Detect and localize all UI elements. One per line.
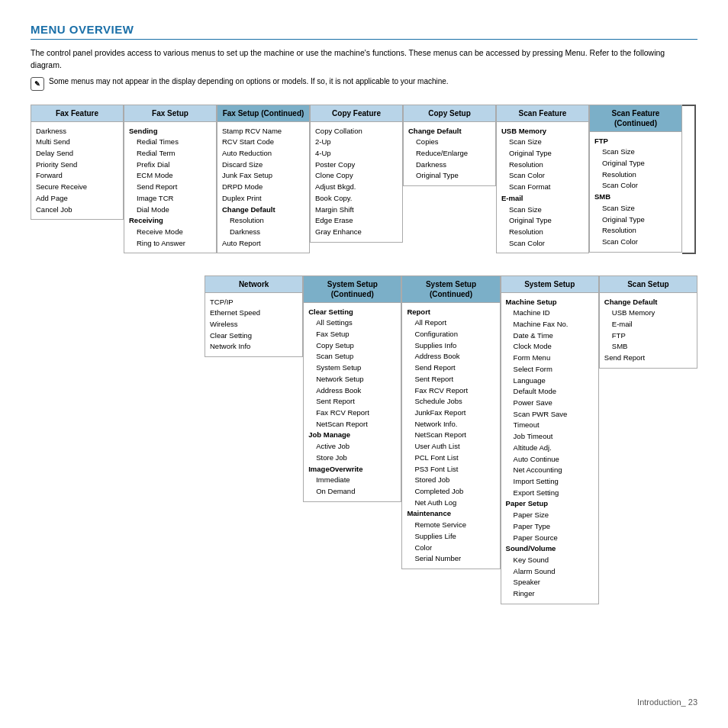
list-item: Completed Job xyxy=(407,486,494,498)
list-item: Clone Copy xyxy=(315,170,398,182)
menu-col-header: System Setup (Continued) xyxy=(402,276,499,303)
menu-col-header: Scan Feature (Continued) xyxy=(590,105,681,132)
list-item: Form Menu xyxy=(506,353,594,364)
list-item: Original Type xyxy=(408,170,491,182)
list-item: Paper Source xyxy=(506,533,594,544)
list-item: DRPD Mode xyxy=(222,182,304,193)
list-item: Book Copy. xyxy=(315,193,398,205)
list-item: Altitude Adj. xyxy=(506,443,594,454)
note-text: Some menus may not appear in the display… xyxy=(49,76,449,87)
list-item: Resolution xyxy=(501,159,584,171)
list-item: Auto Report xyxy=(222,238,304,250)
list-item: Original Type xyxy=(594,214,677,226)
list-item: Ring to Answer xyxy=(129,238,211,250)
list-item: Forward xyxy=(36,170,118,182)
list-item: JunkFax Report xyxy=(407,407,494,419)
list-item: TCP/IP xyxy=(210,297,298,308)
menu-col-header: Scan Feature xyxy=(497,105,588,122)
list-item: Paper Setup xyxy=(506,498,594,510)
list-item: Dial Mode xyxy=(129,205,211,216)
list-item: Remote Service xyxy=(407,520,494,531)
menu-col-body: USB MemoryScan SizeOriginal TypeResoluti… xyxy=(497,122,588,253)
menu-col: System Setup (Continued)ReportAll Report… xyxy=(401,275,500,570)
menu-col-header: Fax Feature xyxy=(31,105,123,122)
menu-col: Scan FeatureUSB MemoryScan SizeOriginal … xyxy=(496,105,589,254)
list-item: Duplex Print xyxy=(222,193,304,205)
menu-col: Copy FeatureCopy Collation2-Up4-UpPoster… xyxy=(310,105,403,243)
list-item: NetScan Report xyxy=(407,430,494,441)
menu-col-header: Network xyxy=(205,276,302,293)
list-item: 2-Up xyxy=(315,137,398,148)
list-item: Send Report xyxy=(604,353,692,364)
list-item: Import Setting xyxy=(506,476,594,488)
list-item: Timeout xyxy=(506,420,594,431)
list-item: Job Timeout xyxy=(506,431,594,443)
list-item: Stored Job xyxy=(407,475,494,486)
list-item: Network Setup xyxy=(308,374,396,385)
list-item: Power Save xyxy=(506,398,594,409)
menu-col: NetworkTCP/IPEthernet SpeedWirelessClear… xyxy=(205,275,303,358)
list-item: RCV Start Code xyxy=(222,137,304,148)
list-item: Scan Setup xyxy=(308,351,396,362)
list-item: Scan Color xyxy=(594,237,677,248)
list-item: Scan Size xyxy=(501,205,584,216)
list-item: Copy Collation xyxy=(315,126,398,137)
list-item: Poster Copy xyxy=(315,159,398,171)
list-item: Fax RCV Report xyxy=(308,407,396,419)
list-item: Paper Size xyxy=(506,510,594,521)
menu-col: Scan Feature (Continued)FTPScan SizeOrig… xyxy=(589,105,682,253)
list-item: Wireless xyxy=(210,319,298,330)
list-item: Paper Type xyxy=(506,521,594,533)
list-item: Send Report xyxy=(129,182,211,193)
list-item: Darkness xyxy=(222,227,304,238)
list-item: Original Type xyxy=(501,215,584,227)
list-item: Send Report xyxy=(407,362,494,374)
list-item: Delay Send xyxy=(36,148,118,159)
list-item: Multi Send xyxy=(36,137,118,148)
menu-col-header: Fax Setup xyxy=(124,105,216,122)
list-item: Address Book xyxy=(308,385,396,397)
intro-paragraph: The control panel provides access to var… xyxy=(31,47,697,72)
menu-col-body: ReportAll ReportConfigurationSupplies In… xyxy=(402,303,499,569)
list-item: Scan Size xyxy=(594,147,677,158)
list-item: ImageOverwrite xyxy=(308,464,396,475)
note-box: ✎ Some menus may not appear in the displ… xyxy=(31,76,697,91)
list-item: Schedule Jobs xyxy=(407,396,494,407)
list-item: Machine Setup xyxy=(506,297,594,308)
list-item: Configuration xyxy=(407,329,494,340)
note-icon: ✎ xyxy=(31,77,44,91)
list-item: User Auth List xyxy=(407,441,494,453)
list-item: Scan Color xyxy=(501,238,584,250)
list-item: Resolution xyxy=(501,227,584,238)
list-item: Immediate xyxy=(308,475,396,486)
list-item: FTP xyxy=(594,136,677,147)
list-item: SMB xyxy=(604,341,692,353)
list-item: System Setup xyxy=(308,362,396,374)
list-item: Margin Shift xyxy=(315,205,398,216)
menu-col-header: System Setup (Continued) xyxy=(304,276,401,303)
list-item: Change Default xyxy=(222,205,304,216)
list-item: Net Auth Log xyxy=(407,498,494,509)
menu-col-body: Change DefaultUSB MemoryE-mailFTPSMBSend… xyxy=(600,293,697,368)
list-item: Auto Reduction xyxy=(222,148,304,159)
list-item: Secure Receive xyxy=(36,182,118,193)
list-item: Language xyxy=(506,375,594,387)
list-item: E-mail xyxy=(501,193,584,205)
list-item: All Settings xyxy=(308,317,396,329)
list-item: 4-Up xyxy=(315,148,398,159)
list-item: Redial Term xyxy=(129,148,211,159)
menu-col: Fax Setup (Continued)Stamp RCV NameRCV S… xyxy=(217,105,310,254)
list-item: Report xyxy=(407,307,494,318)
list-item: Date & Time xyxy=(506,330,594,342)
list-item: PCL Font List xyxy=(407,453,494,464)
list-item: Address Book xyxy=(407,351,494,362)
menu-col: System SetupMachine SetupMachine IDMachi… xyxy=(501,275,599,604)
list-item: Add Page xyxy=(36,193,118,205)
list-item: Network Info xyxy=(210,341,298,353)
list-item: Resolution xyxy=(594,225,677,237)
list-item: Select Form xyxy=(506,364,594,375)
list-item: Darkness xyxy=(408,159,491,171)
list-item: Key Sound xyxy=(506,555,594,566)
list-item: Export Setting xyxy=(506,488,594,499)
menu-col-header: Copy Setup xyxy=(404,105,495,122)
